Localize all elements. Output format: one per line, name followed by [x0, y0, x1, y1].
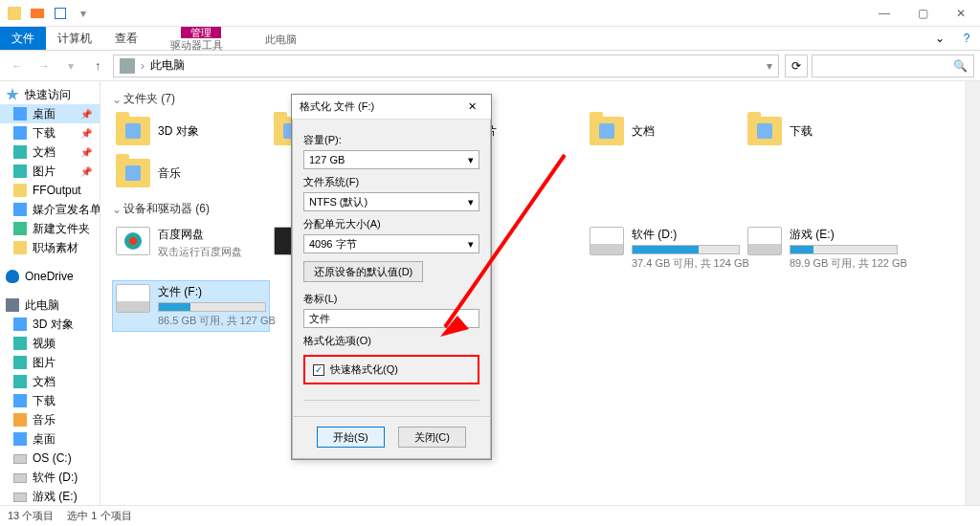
drive-icon [590, 227, 624, 255]
nav-back-button[interactable]: ← [6, 55, 29, 77]
tab-computer[interactable]: 计算机 [46, 27, 103, 50]
pc-icon [120, 58, 135, 74]
tab-file[interactable]: 文件 [0, 27, 46, 50]
quick-access-toolbar: ▾ [0, 3, 96, 24]
pin-icon: 📌 [80, 147, 92, 158]
context-tab-manage[interactable]: 管理 [181, 27, 221, 38]
sidebar-item-newfolder[interactable]: 新建文件夹 [0, 219, 100, 238]
device-soft-d[interactable]: 软件 (D:)37.4 GB 可用, 共 124 GB [586, 223, 744, 274]
window-controls: — ▢ ✕ [865, 0, 980, 27]
pin-icon: 📌 [80, 128, 92, 139]
drive-icon [116, 284, 150, 313]
refresh-button[interactable]: ⟳ [785, 55, 808, 77]
qat-folder-icon[interactable] [27, 3, 48, 24]
status-bar: 13 个项目 选中 1 个项目 [0, 505, 980, 526]
device-game-e[interactable]: 游戏 (E:)89.9 GB 可用, 共 122 GB [744, 223, 902, 274]
device-baidu[interactable]: 百度网盘双击运行百度网盘 [112, 223, 270, 274]
checkbox-icon: ✓ [313, 364, 324, 376]
path-dropdown-icon[interactable]: ▾ [767, 59, 772, 73]
sidebar-this-pc[interactable]: 此电脑 [0, 296, 100, 315]
sidebar-item-desktop[interactable]: 桌面📌 [0, 104, 100, 123]
folder-music[interactable]: 音乐 [112, 155, 270, 191]
search-input[interactable]: 🔍 [812, 55, 974, 77]
sidebar-item-pictures[interactable]: 图片📌 [0, 162, 100, 181]
sidebar-item-soft-d[interactable]: 软件 (D:) [0, 468, 100, 487]
context-tab-label: 驱动器工具 [159, 38, 234, 51]
sidebar-item-3d[interactable]: 3D 对象 [0, 315, 100, 334]
section-folders[interactable]: ⌄文件夹 (7) [112, 91, 969, 107]
close-button[interactable]: ✕ [942, 0, 980, 27]
nav-up-button[interactable]: ↑ [86, 55, 109, 77]
status-selection-count: 选中 1 个项目 [67, 509, 131, 523]
nav-forward-button: → [33, 55, 56, 77]
address-path[interactable]: › 此电脑 ▾ [113, 55, 779, 77]
baidu-icon [116, 227, 150, 255]
dialog-title-text: 格式化 文件 (F:) [300, 99, 374, 114]
navigation-pane: 快速访问 桌面📌 下载📌 文档📌 图片📌 FFOutput 媒介宣发名单 新建文… [0, 81, 100, 505]
status-item-count: 13 个项目 [8, 509, 54, 523]
sidebar-item-desktop2[interactable]: 桌面 [0, 429, 100, 449]
sidebar-item-documents[interactable]: 文档📌 [0, 142, 100, 162]
sidebar-item-downloads2[interactable]: 下载 [0, 391, 100, 410]
chevron-right-icon[interactable]: › [141, 59, 145, 73]
minimize-button[interactable]: — [865, 0, 903, 27]
location-label: 此电脑 [254, 27, 308, 50]
sidebar-item-game-e[interactable]: 游戏 (E:) [0, 487, 100, 505]
close-dialog-button[interactable]: 关闭(C) [398, 427, 466, 448]
dialog-close-button[interactable]: ✕ [460, 100, 483, 113]
sidebar-onedrive[interactable]: OneDrive [0, 267, 100, 286]
address-bar: ← → ▾ ↑ › 此电脑 ▾ ⟳ 🔍 [0, 51, 980, 81]
search-icon: 🔍 [953, 59, 968, 73]
dialog-titlebar[interactable]: 格式化 文件 (F:) ✕ [292, 95, 491, 120]
start-button[interactable]: 开始(S) [317, 427, 385, 448]
folder-3d[interactable]: 3D 对象 [112, 113, 270, 149]
nav-history-button[interactable]: ▾ [59, 55, 82, 77]
sidebar-item-music[interactable]: 音乐 [0, 410, 100, 429]
svg-line-0 [445, 155, 565, 327]
folder-documents[interactable]: 文档 [586, 113, 744, 149]
sidebar-item-videos[interactable]: 视频 [0, 334, 100, 353]
sidebar-item-workplace[interactable]: 职场素材 [0, 238, 100, 257]
sidebar-item-downloads[interactable]: 下载📌 [0, 123, 100, 142]
app-icon [4, 3, 25, 24]
pin-icon: 📌 [80, 166, 92, 177]
sidebar-item-pictures2[interactable]: 图片 [0, 353, 100, 372]
maximize-button[interactable]: ▢ [903, 0, 942, 27]
qat-dropdown-icon[interactable]: ▾ [73, 3, 94, 24]
sidebar-item-media[interactable]: 媒介宣发名单 [0, 200, 100, 219]
tab-view[interactable]: 查看 [103, 27, 149, 50]
sidebar-item-ffoutput[interactable]: FFOutput [0, 181, 100, 200]
path-segment[interactable]: 此电脑 [150, 57, 185, 74]
restore-defaults-button[interactable]: 还原设备的默认值(D) [303, 261, 423, 282]
sidebar-item-documents2[interactable]: 文档 [0, 372, 100, 391]
drive-icon [747, 227, 782, 255]
quick-format-checkbox[interactable]: ✓ 快速格式化(Q) [313, 362, 470, 377]
ribbon: 文件 计算机 查看 管理 驱动器工具 此电脑 ⌄ ? [0, 27, 980, 51]
device-file-f[interactable]: 文件 (F:)86.5 GB 可用, 共 127 GB [112, 280, 270, 332]
folder-downloads[interactable]: 下载 [744, 113, 902, 149]
sidebar-item-os-c[interactable]: OS (C:) [0, 449, 100, 468]
qat-checkbox-icon[interactable] [50, 3, 71, 24]
pin-icon: 📌 [80, 109, 92, 120]
scrollbar[interactable] [965, 81, 980, 505]
ribbon-expand-button[interactable]: ⌄ [926, 27, 953, 50]
quick-format-highlight: ✓ 快速格式化(Q) [303, 355, 479, 384]
sidebar-quick-access[interactable]: 快速访问 [0, 85, 100, 104]
help-button[interactable]: ? [953, 27, 980, 50]
titlebar: ▾ — ▢ ✕ [0, 0, 980, 27]
